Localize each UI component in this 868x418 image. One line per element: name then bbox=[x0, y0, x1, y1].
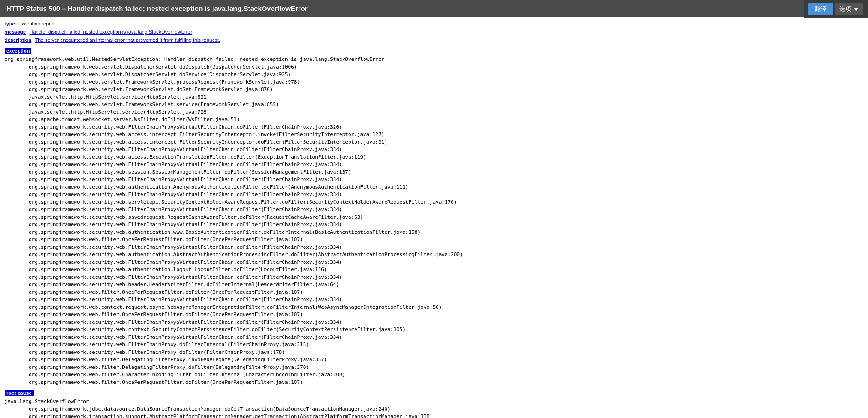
translate-button[interactable]: 翻译 bbox=[808, 3, 833, 15]
root-cause-label: root cause bbox=[5, 390, 34, 396]
page-title: HTTP Status 500 – Handler dispatch faile… bbox=[0, 0, 868, 17]
type-label: type bbox=[5, 21, 15, 26]
type-value: Exception report bbox=[18, 21, 55, 26]
message-label: message bbox=[5, 29, 26, 35]
root-cause-section: root cause java.lang.StackOverflowError … bbox=[5, 386, 863, 418]
description-row: description The server encountered an in… bbox=[5, 37, 863, 43]
error-content: type Exception report message Handler di… bbox=[0, 17, 868, 418]
message-value: Handler dispatch failed; nested exceptio… bbox=[29, 29, 192, 35]
description-label: description bbox=[5, 37, 31, 43]
description-value: The server encountered an internal error… bbox=[35, 37, 220, 43]
translate-toolbar: 翻译 选项 ▼ bbox=[804, 0, 868, 18]
exception-label: exception bbox=[5, 48, 31, 54]
root-cause-trace: java.lang.StackOverflowError org.springf… bbox=[5, 398, 863, 418]
stack-trace: org.springframework.web.util.NestedServl… bbox=[5, 56, 863, 386]
options-button[interactable]: 选项 ▼ bbox=[835, 3, 863, 15]
type-row: type Exception report bbox=[5, 20, 863, 27]
message-row: message Handler dispatch failed; nested … bbox=[5, 29, 863, 35]
exception-section: exception org.springframework.web.util.N… bbox=[5, 45, 863, 386]
